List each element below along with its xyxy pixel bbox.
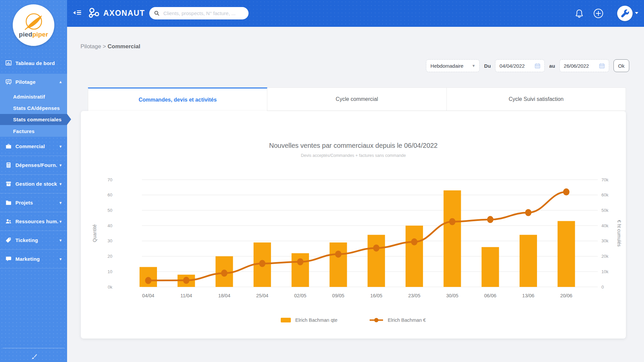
search-input[interactable]: [163, 10, 244, 16]
settings-avatar-button[interactable]: [617, 6, 633, 21]
tag-icon: [5, 237, 12, 244]
legend-item-euro[interactable]: Elrich Bachman €: [369, 317, 426, 323]
wrench-icon: [621, 9, 630, 18]
left-axis-tick: 20: [108, 254, 112, 259]
global-search: [149, 7, 249, 19]
date-to-input[interactable]: 26/06/2022: [559, 59, 609, 72]
sidebar-item-stats-ca-depenses[interactable]: Stats CA/dépenses: [0, 103, 67, 114]
right-axis-tick: 20k: [601, 254, 608, 259]
sidebar-collapse-button[interactable]: [73, 10, 81, 15]
sidebar-item-gestion-de-stock[interactable]: Gestion de stock ▼: [0, 175, 67, 193]
sidebar-item-ticketing[interactable]: Ticketing ▼: [0, 231, 67, 250]
x-axis-label: 20/06: [560, 293, 572, 298]
archive-box-icon: [5, 181, 12, 187]
people-icon: [5, 218, 12, 225]
chevron-down-icon: ▼: [59, 238, 62, 242]
x-axis-label: 02/05: [294, 293, 306, 298]
tab-cycle-suivi-satisfaction[interactable]: Cycle Suivi satisfaction: [447, 87, 626, 111]
sidebar-item-projets[interactable]: Projets ▼: [0, 193, 67, 212]
chat-bubble-icon: [5, 256, 12, 262]
line-series-swatch: [369, 317, 383, 323]
x-axis-label: 16/05: [370, 293, 382, 298]
tab-cycle-commercial[interactable]: Cycle commercial: [267, 87, 446, 111]
right-axis-tick: 0: [601, 285, 604, 290]
date-from-input[interactable]: 04/04/2022: [495, 59, 545, 72]
right-axis-tick: 50k: [601, 208, 608, 213]
sidebar-item-commercial[interactable]: Commercial ▼: [0, 137, 67, 156]
chart-subtitle: Devis acceptés/Commandes + factures sans…: [81, 153, 626, 158]
bar-23/05: [406, 226, 423, 287]
line-point-02/05: [297, 258, 304, 265]
x-axis-label: 06/06: [484, 293, 496, 298]
x-axis-label: 25/04: [256, 293, 268, 298]
sales-chart: 0k01010k2020k3030k4040k5050k6060k7070kQu…: [81, 165, 626, 302]
left-axis-tick: 0k: [108, 285, 112, 290]
breadcrumb: Pilotage > Commercial: [80, 43, 140, 50]
bar-16/05: [368, 235, 385, 287]
sidebar-item-administratif[interactable]: Administratif: [0, 91, 67, 102]
left-axis-tick: 50: [108, 208, 112, 213]
line-point-09/05: [335, 251, 341, 258]
tab-commandes-devis-activites[interactable]: Commandes, devis et activités: [88, 87, 267, 111]
line-point-25/04: [259, 260, 265, 267]
sidebar: piedpiper Tableau de bord Pilotage ▲ Adm…: [0, 0, 67, 362]
from-label: Du: [484, 63, 491, 69]
sidebar-item-tableau-de-bord[interactable]: Tableau de bord: [0, 55, 67, 71]
bar-20/06: [557, 221, 575, 287]
sidebar-item-pilotage[interactable]: Pilotage ▲: [0, 74, 67, 89]
chevron-down-icon: ▼: [59, 220, 62, 224]
breadcrumb-parent[interactable]: Pilotage: [80, 43, 101, 50]
add-new-icon[interactable]: [593, 0, 604, 27]
breadcrumb-separator: >: [103, 43, 106, 50]
bar-06/06: [482, 247, 499, 287]
sidebar-item-stats-commerciales[interactable]: Stats commerciales: [0, 114, 67, 125]
cumulative-line: [148, 192, 566, 281]
sidebar-item-ressources-hum[interactable]: Ressources hum. ▼: [0, 212, 67, 231]
line-point-11/04: [183, 277, 190, 284]
x-axis-label: 11/04: [180, 293, 192, 298]
left-axis-tick: 70: [108, 177, 112, 182]
date-filter-bar: Hebdomadaire ▼ Du 04/04/2022 au 26/06/20…: [426, 59, 629, 72]
ok-button[interactable]: Ok: [613, 59, 629, 72]
notifications-bell-icon[interactable]: [575, 0, 584, 27]
collapse-arrow-icon: [73, 11, 75, 14]
left-axis-tick: 30: [108, 238, 112, 243]
right-axis-tick: 60k: [601, 192, 608, 197]
axonaut-brand[interactable]: AXONAUT: [88, 7, 145, 19]
calendar-icon: [599, 63, 605, 69]
menu-lines-icon: [77, 10, 81, 15]
company-logo: piedpiper: [13, 4, 54, 46]
chart-legend: Elrich Bachman qte Elrich Bachman €: [81, 317, 626, 323]
bar-13/06: [520, 235, 537, 287]
right-axis-title: € ht cumulés: [616, 220, 622, 246]
left-axis-tick: 10: [108, 269, 112, 274]
chevron-down-icon: ▼: [59, 163, 62, 167]
axonaut-logo-icon: [88, 7, 100, 19]
chart-card: Nouvelles ventes par commerciaux depuis …: [81, 111, 626, 339]
x-axis-label: 18/04: [218, 293, 230, 298]
left-axis-tick: 40: [108, 223, 112, 228]
period-select[interactable]: Hebdomadaire ▼: [426, 59, 480, 72]
brush-icon[interactable]: [30, 353, 38, 361]
report-tabs: Commandes, devis et activités Cycle comm…: [88, 87, 626, 111]
line-point-06/06: [487, 216, 493, 223]
sidebar-item-marketing[interactable]: Marketing ▼: [0, 250, 67, 268]
left-axis-tick: 60: [108, 192, 112, 197]
search-icon: [154, 10, 160, 16]
chevron-down-icon: ▼: [59, 257, 62, 261]
breadcrumb-current: Commercial: [108, 43, 140, 50]
right-axis-tick: 30k: [601, 238, 608, 243]
avatar-dropdown-caret[interactable]: [635, 12, 638, 14]
sidebar-divider: [3, 348, 64, 348]
line-point-13/06: [525, 209, 532, 216]
sidebar-item-factures[interactable]: Factures: [0, 126, 67, 137]
sidebar-item-depenses-fourn[interactable]: Dépenses/Fourn. ▼: [0, 156, 67, 175]
presentation-icon: [5, 78, 12, 85]
chevron-down-icon: ▼: [59, 182, 62, 186]
left-axis-title: Quantité: [92, 224, 97, 242]
legend-item-qte[interactable]: Elrich Bachman qte: [281, 317, 337, 323]
bar-series-swatch: [281, 318, 291, 322]
right-axis-tick: 10k: [601, 269, 608, 274]
line-point-23/05: [411, 238, 418, 245]
x-axis-label: 04/04: [142, 293, 154, 298]
